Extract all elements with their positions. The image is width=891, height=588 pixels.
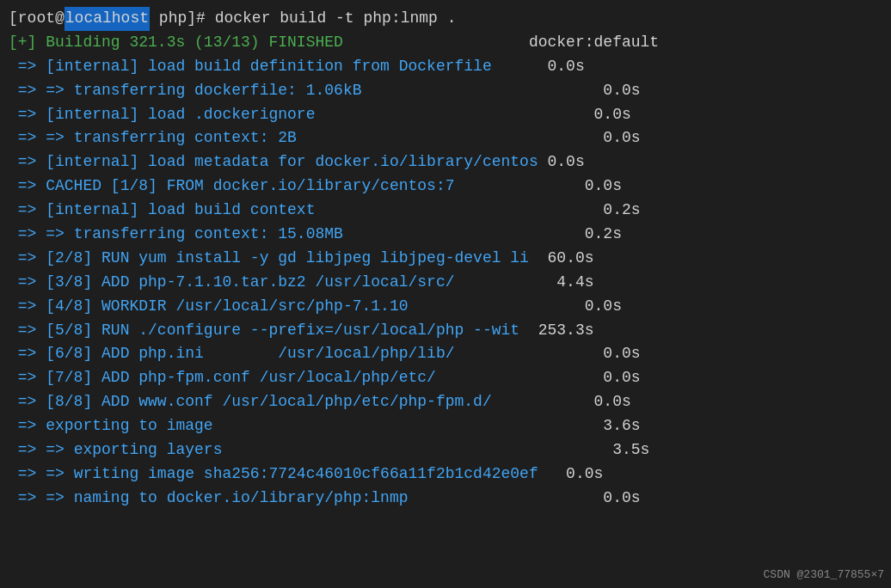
time-6: 0.0s bbox=[455, 175, 622, 199]
cached-label: CACHED bbox=[46, 175, 101, 199]
line-add-php-fpm-conf: => [7/8] ADD php-fpm.conf /usr/local/php… bbox=[9, 366, 882, 390]
time-11: 0.0s bbox=[409, 295, 622, 319]
prompt-prefix: [root@ bbox=[9, 7, 65, 31]
line-writing-image: => => writing image sha256:7724c46010cf6… bbox=[9, 462, 882, 487]
line-prompt: [root@localhost php]# docker build -t ph… bbox=[9, 7, 882, 31]
arrow-7: => bbox=[9, 199, 46, 223]
text-transfer-dockerfile: transferring dockerfile: 1.06kB bbox=[74, 79, 362, 103]
text-load-metadata: [internal] load metadata for docker.io/l… bbox=[46, 150, 538, 175]
arrow-6: => bbox=[9, 175, 46, 199]
line-run-configure: => [5/8] RUN ./configure --prefix=/usr/l… bbox=[9, 319, 882, 343]
text-exporting-layers: exporting layers bbox=[74, 438, 223, 462]
arrow-13: => bbox=[9, 342, 46, 366]
arrow-2: => => bbox=[9, 79, 74, 103]
watermark: CSDN @2301_77855×7 bbox=[764, 568, 884, 581]
arrow-12: => bbox=[9, 319, 46, 343]
text-add-www-conf: [8/8] ADD www.conf /usr/local/php/etc/ph… bbox=[46, 390, 491, 414]
text-cached-from: [1/8] FROM docker.io/library/centos:7 bbox=[101, 175, 454, 199]
line-building: [+] Building 321.3s (13/13) FINISHED doc… bbox=[9, 31, 882, 55]
arrow-14: => bbox=[9, 366, 46, 390]
line-transfer-context-2b: => => transferring context: 2B 0.0s bbox=[9, 126, 882, 150]
line-load-dockerignore: => [internal] load .dockerignore 0.0s bbox=[9, 103, 882, 127]
time-15: 0.0s bbox=[492, 390, 631, 414]
line-exporting-layers: => => exporting layers 3.5s bbox=[9, 438, 882, 462]
time-16: 3.6s bbox=[213, 414, 641, 438]
time-5: 0.0s bbox=[538, 150, 585, 175]
time-19: 0.0s bbox=[409, 487, 641, 511]
arrow-16: => bbox=[9, 414, 46, 438]
line-load-metadata: => [internal] load metadata for docker.i… bbox=[9, 150, 882, 175]
time-1: 0.0s bbox=[492, 55, 585, 79]
arrow-5: => bbox=[9, 150, 46, 175]
line-cached: => CACHED [1/8] FROM docker.io/library/c… bbox=[9, 175, 882, 199]
text-exporting-image: exporting to image bbox=[46, 414, 212, 438]
line-add-www-conf: => [8/8] ADD www.conf /usr/local/php/etc… bbox=[9, 390, 882, 414]
line-add-php-ini: => [6/8] ADD php.ini /usr/local/php/lib/… bbox=[9, 342, 882, 366]
time-8: 0.2s bbox=[343, 223, 622, 247]
time-12: 253.3s bbox=[519, 319, 593, 343]
text-workdir: [4/8] WORKDIR /usr/local/src/php-7.1.10 bbox=[46, 295, 408, 319]
text-load-build-def: [internal] load build definition from Do… bbox=[46, 55, 491, 79]
time-2: 0.0s bbox=[361, 79, 640, 103]
text-add-php-ini: [6/8] ADD php.ini /usr/local/php/lib/ bbox=[46, 342, 454, 366]
text-run-yum: [2/8] RUN yum install -y gd libjpeg libj… bbox=[46, 247, 529, 271]
text-load-dockerignore: [internal] load .dockerignore bbox=[46, 103, 315, 127]
line-add-php-tar: => [3/8] ADD php-7.1.10.tar.bz2 /usr/loc… bbox=[9, 271, 882, 295]
line-transfer-context-15mb: => => transferring context: 15.08MB 0.2s bbox=[9, 223, 882, 247]
time-10: 4.4s bbox=[455, 271, 594, 295]
arrow-4: => => bbox=[9, 126, 74, 150]
text-add-php-fpm-conf: [7/8] ADD php-fpm.conf /usr/local/php/et… bbox=[46, 366, 436, 390]
arrow-17: => => bbox=[9, 438, 74, 462]
terminal-window: [root@localhost php]# docker build -t ph… bbox=[0, 0, 891, 588]
building-text: [+] Building 321.3s (13/13) FINISHED bbox=[9, 31, 343, 55]
text-writing-image: writing image sha256:7724c46010cf66a11f2… bbox=[74, 462, 538, 487]
arrow-18: => => bbox=[9, 462, 74, 487]
time-7: 0.2s bbox=[315, 199, 640, 223]
arrow-10: => bbox=[9, 271, 46, 295]
docker-default-text: docker:default bbox=[343, 31, 659, 55]
text-load-build-context: [internal] load build context bbox=[46, 199, 315, 223]
text-transfer-context-15mb: transferring context: 15.08MB bbox=[74, 223, 343, 247]
line-transfer-dockerfile: => => transferring dockerfile: 1.06kB 0.… bbox=[9, 79, 882, 103]
line-run-yum: => [2/8] RUN yum install -y gd libjpeg l… bbox=[9, 247, 882, 271]
time-13: 0.0s bbox=[455, 342, 641, 366]
time-9: 60.0s bbox=[529, 247, 594, 271]
arrow-3: => bbox=[9, 103, 46, 127]
time-18: 0.0s bbox=[538, 462, 604, 487]
prompt-suffix: php]# docker build -t php:lnmp . bbox=[150, 7, 456, 31]
line-naming: => => naming to docker.io/library/php:ln… bbox=[9, 487, 882, 511]
line-exporting-image: => exporting to image 3.6s bbox=[9, 414, 882, 438]
arrow-19: => => bbox=[9, 487, 74, 511]
text-add-php-tar: [3/8] ADD php-7.1.10.tar.bz2 /usr/local/… bbox=[46, 271, 454, 295]
time-4: 0.0s bbox=[297, 126, 641, 150]
text-run-configure: [5/8] RUN ./configure --prefix=/usr/loca… bbox=[46, 319, 519, 343]
arrow-8: => => bbox=[9, 223, 74, 247]
prompt-hostname: localhost bbox=[65, 7, 150, 31]
text-transfer-context-2b: transferring context: 2B bbox=[74, 126, 297, 150]
line-load-build-context: => [internal] load build context 0.2s bbox=[9, 199, 882, 223]
text-naming: naming to docker.io/library/php:lnmp bbox=[74, 487, 409, 511]
arrow-15: => bbox=[9, 390, 46, 414]
time-17: 3.5s bbox=[222, 438, 649, 462]
arrow-9: => bbox=[9, 247, 46, 271]
time-3: 0.0s bbox=[315, 103, 630, 127]
arrow-1: => bbox=[9, 55, 46, 79]
line-workdir: => [4/8] WORKDIR /usr/local/src/php-7.1.… bbox=[9, 295, 882, 319]
line-load-build-def: => [internal] load build definition from… bbox=[9, 55, 882, 79]
time-14: 0.0s bbox=[436, 366, 641, 390]
arrow-11: => bbox=[9, 295, 46, 319]
